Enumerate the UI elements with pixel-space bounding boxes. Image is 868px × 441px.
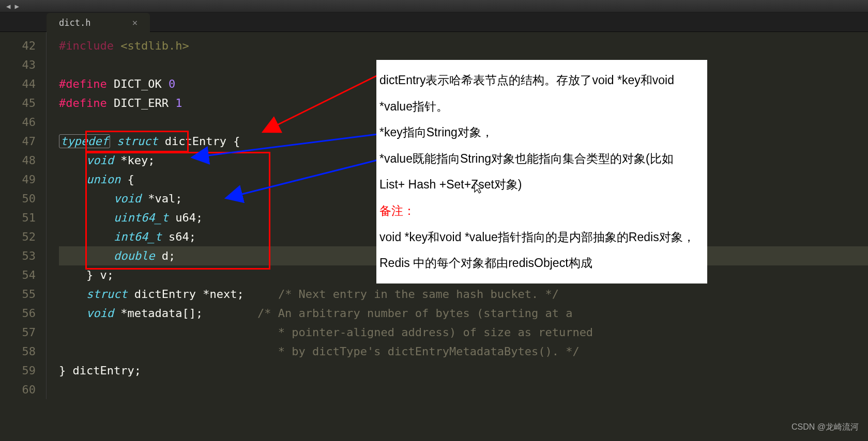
line-number: 48 — [0, 151, 36, 170]
line-number: 53 — [0, 246, 36, 265]
line-number: 60 — [0, 380, 36, 399]
code-line: } dictEntry; — [59, 361, 868, 380]
line-number: 44 — [0, 74, 36, 93]
line-number: 49 — [0, 170, 36, 189]
code-line: struct dictEntry *next; /* Next entry in… — [59, 285, 868, 304]
line-number: 46 — [0, 113, 36, 132]
line-number: 57 — [0, 323, 36, 342]
annotation-note-label: 备注： — [379, 198, 702, 224]
back-icon[interactable]: ◀ — [6, 2, 10, 10]
close-icon[interactable]: × — [132, 17, 138, 28]
annotation-text: dictEntry表示哈希表节点的结构。存放了void *key和void *v… — [379, 67, 702, 119]
code-line: * pointer-aligned address) of size as re… — [59, 323, 868, 342]
line-number: 47 — [0, 132, 36, 151]
watermark: CSDN @龙崎流河 — [791, 422, 859, 433]
line-number: 58 — [0, 342, 36, 361]
line-number: 52 — [0, 227, 36, 246]
code-line: void *metadata[]; /* An arbitrary number… — [59, 304, 868, 323]
line-number: 42 — [0, 36, 36, 55]
code-line — [59, 380, 868, 399]
annotation-text: void *key和void *value指针指向的是内部抽象的Redis对象，… — [379, 224, 702, 276]
annotation-text: *value既能指向String对象也能指向集合类型的对象(比如 List+ H… — [379, 146, 702, 198]
line-number: 43 — [0, 55, 36, 74]
line-number-gutter: 42 43 44 45 46 47 48 49 50 51 52 53 54 5… — [0, 32, 47, 399]
nav-arrows: ◀ ▶ — [0, 2, 25, 10]
code-line: * by dictType's dictEntryMetadataBytes()… — [59, 342, 868, 361]
tab-filename: dict.h — [59, 18, 90, 28]
line-number: 55 — [0, 285, 36, 304]
line-number: 54 — [0, 265, 36, 285]
line-number: 45 — [0, 93, 36, 113]
line-number: 51 — [0, 208, 36, 227]
tab-bar: dict.h × — [0, 12, 868, 32]
code-line: #include <stdlib.h> — [59, 36, 868, 55]
annotation-text: *key指向String对象， — [379, 119, 702, 146]
top-bar: ◀ ▶ — [0, 0, 868, 12]
line-number: 50 — [0, 189, 36, 208]
cursor-icon — [474, 182, 484, 197]
line-number: 56 — [0, 304, 36, 323]
annotation-panel: dictEntry表示哈希表节点的结构。存放了void *key和void *v… — [376, 60, 707, 284]
line-number: 59 — [0, 361, 36, 380]
tab-dict-h[interactable]: dict.h × — [47, 13, 150, 32]
forward-icon[interactable]: ▶ — [14, 2, 19, 10]
